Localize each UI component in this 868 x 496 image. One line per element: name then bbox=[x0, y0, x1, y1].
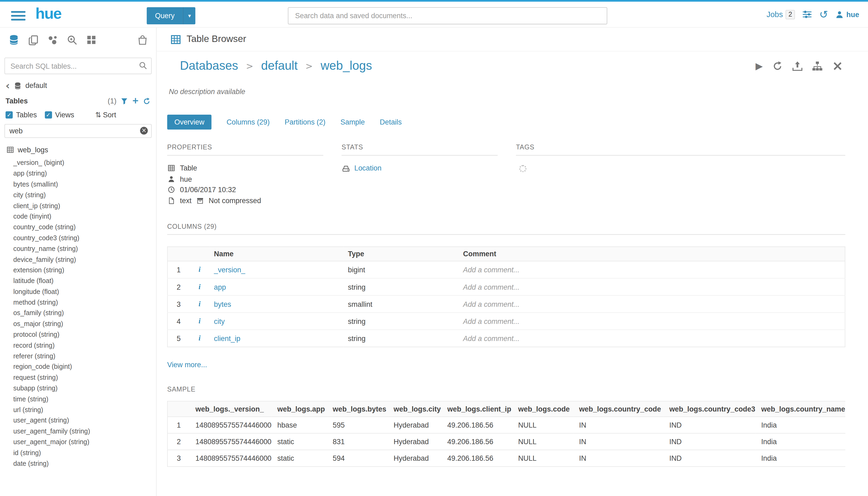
column-item[interactable]: app (string) bbox=[0, 169, 156, 179]
stats-location: Location bbox=[342, 163, 516, 173]
column-item[interactable]: url (string) bbox=[0, 405, 156, 416]
info-icon[interactable]: i bbox=[190, 295, 210, 312]
user-menu[interactable]: hue bbox=[835, 10, 859, 18]
upload-icon[interactable] bbox=[792, 61, 803, 71]
column-item[interactable]: record (string) bbox=[0, 340, 156, 351]
column-item[interactable]: client_ip (string) bbox=[0, 201, 156, 212]
view-more-link[interactable]: View more... bbox=[167, 360, 207, 369]
column-comment-cell[interactable]: Add a comment... bbox=[459, 313, 845, 330]
hue-logo[interactable]: hue bbox=[35, 5, 61, 23]
settings-sliders-icon[interactable] bbox=[802, 9, 812, 19]
sort-control[interactable]: ⇅ Sort bbox=[95, 111, 116, 119]
info-icon[interactable]: i bbox=[190, 313, 210, 330]
column-item[interactable]: bytes (smallint) bbox=[0, 179, 156, 190]
table-filter-input[interactable] bbox=[4, 124, 152, 138]
sample-cell: 1480895575574446000 bbox=[190, 417, 272, 433]
tab-details[interactable]: Details bbox=[380, 118, 401, 126]
column-comment-cell[interactable]: Add a comment... bbox=[459, 330, 845, 347]
column-name-link[interactable]: bytes bbox=[214, 300, 231, 308]
sort-label: Sort bbox=[103, 111, 116, 119]
column-name-link[interactable]: city bbox=[214, 317, 225, 325]
hamburger-menu-icon[interactable] bbox=[11, 11, 26, 20]
column-item[interactable]: subapp (string) bbox=[0, 383, 156, 394]
breadcrumb-default[interactable]: default bbox=[261, 59, 298, 73]
column-item[interactable]: user_agent_major (string) bbox=[0, 437, 156, 448]
query-table-icon[interactable]: ▶ bbox=[756, 60, 763, 71]
table-description[interactable]: No description available bbox=[167, 88, 845, 96]
column-item[interactable]: device_family (string) bbox=[0, 254, 156, 265]
column-item[interactable]: country_code (string) bbox=[0, 222, 156, 233]
close-icon[interactable]: × bbox=[832, 60, 843, 71]
column-item[interactable]: os_major (string) bbox=[0, 319, 156, 329]
chevron-left-icon[interactable]: ‹ bbox=[5, 82, 10, 89]
column-name-link[interactable]: app bbox=[214, 283, 226, 291]
query-dropdown-caret-icon[interactable]: ▾ bbox=[183, 7, 196, 24]
column-item[interactable]: city (string) bbox=[0, 190, 156, 201]
column-item[interactable]: method (string) bbox=[0, 297, 156, 308]
query-button-label[interactable]: Query bbox=[147, 7, 183, 24]
sql-assist-icon[interactable] bbox=[8, 34, 19, 45]
column-comment-cell[interactable]: Add a comment... bbox=[459, 295, 845, 312]
column-item[interactable]: code (tinyint) bbox=[0, 212, 156, 222]
filter-funnel-icon[interactable] bbox=[121, 97, 128, 105]
sample-table-wrap: web_logs._version_ web_logs.app web_logs… bbox=[167, 401, 845, 467]
sample-column-header bbox=[168, 401, 190, 417]
refresh-icon[interactable] bbox=[772, 61, 783, 71]
column-item[interactable]: user_agent (string) bbox=[0, 416, 156, 426]
column-name-link[interactable]: _version_ bbox=[214, 266, 245, 274]
column-item[interactable]: id (string) bbox=[0, 448, 156, 458]
location-link[interactable]: Location bbox=[354, 164, 381, 172]
info-icon[interactable]: i bbox=[190, 330, 210, 347]
tab-columns[interactable]: Columns (29) bbox=[226, 118, 270, 126]
info-icon[interactable]: i bbox=[190, 261, 210, 278]
tab-partitions[interactable]: Partitions (2) bbox=[285, 118, 326, 126]
column-item[interactable]: os_family (string) bbox=[0, 308, 156, 319]
column-row-number: 1 bbox=[168, 261, 190, 278]
jobs-link[interactable]: Jobs 2 bbox=[767, 10, 795, 19]
sample-cell: Hyderabad bbox=[388, 417, 442, 433]
tab-sample[interactable]: Sample bbox=[341, 118, 365, 126]
add-table-icon[interactable]: + bbox=[132, 97, 139, 105]
column-item[interactable]: latitude (float) bbox=[0, 276, 156, 287]
tables-checkbox[interactable]: ✓ bbox=[5, 111, 13, 119]
column-item[interactable]: extension (string) bbox=[0, 265, 156, 276]
column-item[interactable]: date (string) bbox=[0, 459, 156, 469]
breadcrumb-web-logs[interactable]: web_logs bbox=[320, 59, 372, 73]
column-item[interactable]: region_code (bigint) bbox=[0, 362, 156, 373]
bag-assist-icon[interactable] bbox=[137, 35, 148, 45]
search-icon[interactable] bbox=[139, 61, 147, 70]
documents-assist-icon[interactable] bbox=[28, 35, 39, 45]
info-icon[interactable]: i bbox=[190, 278, 210, 295]
column-item[interactable]: longitude (float) bbox=[0, 287, 156, 297]
column-item[interactable]: country_name (string) bbox=[0, 244, 156, 254]
global-search-input[interactable] bbox=[288, 7, 607, 24]
zoom-plus-assist-icon[interactable] bbox=[67, 35, 78, 45]
query-button[interactable]: Query ▾ bbox=[147, 7, 195, 24]
column-item[interactable]: referer (string) bbox=[0, 351, 156, 362]
sample-cell: 1480895575574446000 bbox=[190, 450, 272, 466]
sidebar-table-search-input[interactable] bbox=[4, 58, 152, 74]
column-item[interactable]: request (string) bbox=[0, 373, 156, 383]
column-item[interactable]: user_agent_family (string) bbox=[0, 426, 156, 437]
column-name-link[interactable]: client_ip bbox=[214, 334, 240, 343]
jobs-label[interactable]: Jobs bbox=[767, 10, 783, 19]
column-comment-cell[interactable]: Add a comment... bbox=[459, 278, 845, 295]
views-checkbox[interactable]: ✓ bbox=[45, 111, 52, 119]
history-icon[interactable]: ↺ bbox=[819, 9, 828, 19]
column-item[interactable]: country_code3 (string) bbox=[0, 233, 156, 244]
database-name[interactable]: default bbox=[26, 81, 47, 90]
clear-filter-icon[interactable]: × bbox=[140, 127, 148, 135]
scatter-assist-icon[interactable] bbox=[48, 35, 58, 45]
apps-grid-assist-icon[interactable] bbox=[86, 35, 96, 45]
column-item[interactable]: time (string) bbox=[0, 394, 156, 405]
column-type-cell: string bbox=[344, 313, 459, 330]
tree-table-web-logs[interactable]: web_logs bbox=[0, 144, 156, 156]
breadcrumb-databases[interactable]: Databases bbox=[180, 59, 238, 73]
refresh-tables-icon[interactable] bbox=[143, 97, 151, 105]
column-name-cell: bytes bbox=[209, 295, 343, 312]
tab-overview[interactable]: Overview bbox=[167, 115, 211, 129]
sitemap-icon[interactable] bbox=[812, 61, 823, 71]
column-comment-cell[interactable]: Add a comment... bbox=[459, 261, 845, 278]
column-item[interactable]: _version_ (bigint) bbox=[0, 158, 156, 169]
column-item[interactable]: protocol (string) bbox=[0, 329, 156, 340]
